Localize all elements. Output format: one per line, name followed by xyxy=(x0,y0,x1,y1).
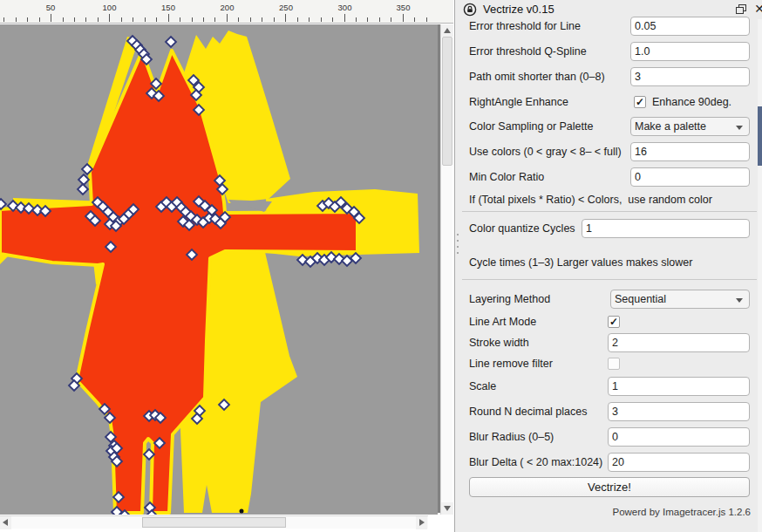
app-window: 50100150200250300350 Vectrize v0.15 ✕ xyxy=(0,0,762,532)
field-label: Color Sampling or Palette xyxy=(469,117,593,136)
chevron-down-icon xyxy=(736,298,743,303)
ruler-tick xyxy=(121,17,122,22)
panel-scrollbar[interactable] xyxy=(758,19,762,532)
ruler-tick xyxy=(51,14,51,22)
ruler-tick xyxy=(250,17,251,22)
panel-title: Vectrize v0.15 xyxy=(483,3,554,16)
error-threshold-qspline-input[interactable] xyxy=(630,42,750,61)
ruler-tick xyxy=(309,17,310,22)
round-decimals-input[interactable] xyxy=(608,402,750,421)
blur-delta-input[interactable] xyxy=(608,453,750,472)
field-label: Path omit shorter than (0–8) xyxy=(469,67,605,86)
close-x-icon[interactable]: ✕ xyxy=(752,1,762,17)
line-art-mode-checkbox[interactable]: ✓ xyxy=(608,316,620,328)
vectrize-panel: Vectrize v0.15 ✕ Error threshold for Lin… xyxy=(454,0,762,532)
scroll-right-button[interactable] xyxy=(416,516,427,529)
arrow-down-icon xyxy=(444,506,451,511)
credit-text: Powerd by Imagetracer.js 1.2.6 xyxy=(612,507,751,517)
panel-splitter-handle[interactable] xyxy=(457,234,459,262)
ruler-tick xyxy=(391,17,391,22)
ruler-tick xyxy=(27,17,28,22)
scale-input[interactable] xyxy=(608,377,750,396)
field-label: Error threshold for Line xyxy=(469,17,581,36)
layering-method-select[interactable]: Sequential xyxy=(610,290,750,309)
field-label: Min Color Ratio xyxy=(469,167,544,187)
field-label: Layering Method xyxy=(469,290,550,309)
arrow-left-icon xyxy=(3,519,8,526)
ruler-tick xyxy=(262,17,262,22)
error-threshold-line-input[interactable] xyxy=(630,17,750,36)
ruler-tick xyxy=(332,17,333,22)
ruler-tick xyxy=(3,17,4,22)
ruler-tick xyxy=(367,17,368,22)
chevron-down-icon xyxy=(736,126,743,130)
selected-option: Sequential xyxy=(615,293,666,305)
hint-text: Cycle times (1–3) Larger values makes sl… xyxy=(469,256,692,269)
field-label: Color quantize Cycles xyxy=(469,219,575,238)
ruler-tick xyxy=(39,17,40,22)
line-remove-filter-checkbox[interactable] xyxy=(608,358,620,370)
ruler-tick xyxy=(227,14,228,22)
field-label: Error threshold Q-Spline xyxy=(469,42,587,61)
path-omit-input[interactable] xyxy=(630,67,750,86)
min-color-ratio-input[interactable] xyxy=(630,167,750,187)
rightangle-enhance-checkbox[interactable]: ✓ xyxy=(634,96,646,108)
ruler-tick xyxy=(238,17,239,22)
ruler-tick xyxy=(192,17,193,22)
ruler-tick xyxy=(414,17,415,22)
field-label: Stroke width xyxy=(469,333,529,352)
ruler-tick xyxy=(98,17,99,22)
arrow-up-icon xyxy=(444,28,451,33)
ruler-tick xyxy=(180,17,180,22)
ruler-tick xyxy=(379,17,380,22)
ruler-tick xyxy=(274,17,275,22)
vertical-scroll-thumb[interactable] xyxy=(442,37,452,166)
ruler-tick xyxy=(63,17,64,22)
ruler-tick xyxy=(203,17,204,22)
use-colors-input[interactable] xyxy=(630,142,750,161)
scroll-left-button[interactable] xyxy=(0,516,11,529)
ruler-tick xyxy=(168,14,169,22)
panel-scroll-thumb[interactable] xyxy=(758,106,762,166)
ruler-tick xyxy=(109,14,110,22)
ruler-label: 350 xyxy=(397,3,411,12)
ruler-tick xyxy=(297,17,298,22)
field-label: Scale xyxy=(469,377,496,396)
ruler-tick xyxy=(403,14,404,22)
separator xyxy=(462,279,757,280)
ruler-tick xyxy=(145,17,146,22)
ruler-tick xyxy=(133,17,133,22)
color-quantize-cycles-input[interactable] xyxy=(582,219,750,238)
separator xyxy=(462,211,757,212)
field-label: RightAngle Enhance xyxy=(469,92,568,112)
ruler-tick xyxy=(344,14,345,22)
ruler-tick xyxy=(74,17,75,22)
undock-window-icon[interactable] xyxy=(736,4,747,15)
field-label: Line Art Mode xyxy=(469,312,536,331)
trace-canvas[interactable] xyxy=(0,24,438,515)
scroll-up-button[interactable] xyxy=(441,24,453,37)
trace-end-dot xyxy=(240,509,244,514)
vertical-scrollbar[interactable] xyxy=(440,24,452,515)
ruler-label: 150 xyxy=(161,3,175,12)
ruler-tick xyxy=(285,14,286,22)
stroke-width-input[interactable] xyxy=(608,333,750,352)
arrow-right-icon xyxy=(419,519,425,526)
ruler-label: 100 xyxy=(103,3,117,12)
scroll-down-button[interactable] xyxy=(441,502,453,515)
ruler-tick xyxy=(356,17,357,22)
ruler-tick xyxy=(321,17,322,22)
color-sampling-select[interactable]: Make a palette xyxy=(630,117,750,136)
horizontal-scroll-thumb[interactable] xyxy=(142,517,286,528)
ruler-label: 300 xyxy=(338,3,352,12)
ruler-tick xyxy=(16,17,17,22)
field-label: Blur Delta ( < 20 max:1024) xyxy=(469,453,602,472)
hint-text: If (Total pixels * Ratio) < Colors, use … xyxy=(469,194,712,206)
horizontal-scrollbar[interactable] xyxy=(0,515,428,529)
blur-radius-input[interactable] xyxy=(608,427,750,447)
ruler-tick xyxy=(156,17,157,22)
ruler-label: 250 xyxy=(279,3,293,12)
field-label: Round N decimal places xyxy=(469,402,588,421)
vectrize-button[interactable]: Vectrize! xyxy=(469,477,750,497)
ruler-tick xyxy=(426,17,427,22)
